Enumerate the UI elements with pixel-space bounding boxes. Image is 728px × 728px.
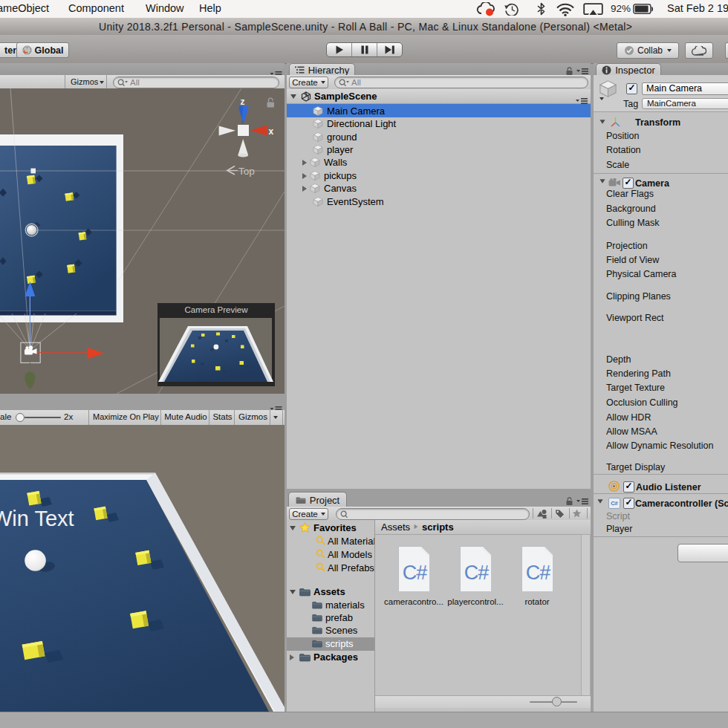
svg-text:Camera Preview: Camera Preview xyxy=(185,305,249,314)
svg-text:Win Text: Win Text xyxy=(0,507,74,530)
svg-text:Top: Top xyxy=(238,166,255,177)
svg-text:z: z xyxy=(241,97,245,107)
svg-text:x: x xyxy=(269,126,274,137)
